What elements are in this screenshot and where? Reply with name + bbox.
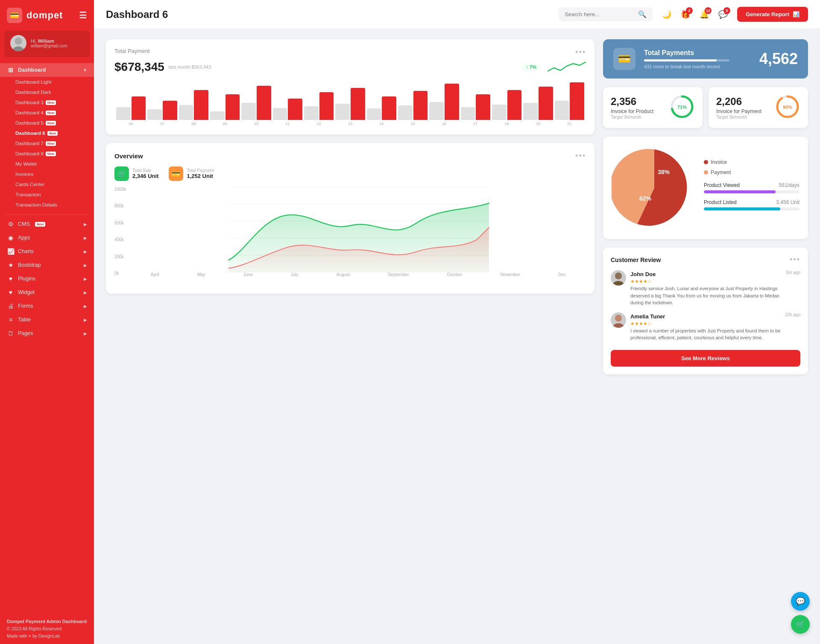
nav-item-bootstrap[interactable]: ★ Bootstrap ▶ [0,258,94,272]
total-sale-text: Total Sale 2,346 Unit [132,168,158,179]
nav-table-label: Table [18,317,31,323]
fab-area: 💬 🛒 [791,592,810,634]
nav-sub-invoices[interactable]: Invoices [0,169,94,179]
search-icon[interactable]: 🔍 [638,10,647,18]
bell-badge: 12 [705,7,712,14]
footer-made: Made with ♥ by DexignLab [7,632,87,640]
total-sale-value: 2,346 Unit [132,173,158,179]
generate-report-button[interactable]: Generate Report 📊 [737,7,808,22]
reviewer-1-name: John Doe [630,271,656,277]
invoice-payment-ring: 90% [775,94,800,121]
invoice-product-sublabel: Target 3k/month [611,115,653,119]
hamburger-icon[interactable]: ☰ [79,10,87,20]
trend-value: 7% [530,64,536,70]
gift-badge: 2 [686,7,693,14]
nav-sub-dashboard-4[interactable]: Dashboard 4 New [0,108,94,118]
bar-chart: .bar-pair { display:flex; gap:2px; align… [114,82,586,120]
nav-dashboard-section: ⊞ Dashboard ▼ Dashboard Light Dashboard … [0,61,94,212]
total-sale-chip: 🛒 Total Sale 2,346 Unit [114,166,158,181]
nav-sub-my-wallet[interactable]: My Wallet [0,159,94,169]
svg-point-19 [613,323,624,328]
see-more-reviews-button[interactable]: See More Reviews [611,350,800,367]
gift-btn[interactable]: 🎁 2 [678,7,693,22]
sidebar: 💳 dompet ☰ Hi, William william@gmail.com… [0,0,94,644]
generate-report-label: Generate Report [746,11,789,17]
reviewer-1-time: 5m ago [786,270,800,306]
nav-dashboard-label: Dashboard [18,67,46,73]
arrow-icon: ▶ [84,318,87,322]
nav-sub-dashboard-light[interactable]: Dashboard Light [0,77,94,87]
product-viewed-progress [704,190,800,193]
svg-point-16 [615,272,622,279]
nav-item-widget[interactable]: ♥ Widget ▶ [0,286,94,299]
total-sale-icon: 🛒 [114,166,129,181]
chart-x-labels: AprilMayJuneJulyAugustSeptemberOctoberNo… [132,272,586,277]
sidebar-footer: Dompet Payment Admin Dashboard © 2023 Al… [0,612,94,644]
invoice-product-label: Invoice for Product [611,108,653,114]
overview-more-btn[interactable]: ••• [575,152,586,160]
nav-item-plugins[interactable]: ♥ Plugins ▶ [0,272,94,286]
nav-sub-dashboard-6[interactable]: Dashboard 6 New [0,128,94,138]
nav-sub-dashboard-7[interactable]: Dashboard 7 New [0,138,94,149]
theme-toggle-btn[interactable]: 🌙 [659,7,674,22]
nav-sub-transaction[interactable]: Transaction [0,189,94,200]
total-payment-title: Total Payment [114,48,149,54]
cart-fab[interactable]: 🛒 [791,615,810,634]
total-payment-text: Total Payment 1,252 Unit [187,168,214,179]
heart-icon: ♥ [29,633,31,638]
arrow-icon: ▶ [84,331,87,336]
total-payment-card: Total Payment ••• $678,345 last month $5… [106,39,594,134]
message-btn[interactable]: 💬 5 [716,7,730,22]
user-greeting: Hi, William [31,38,67,44]
nav-item-forms[interactable]: 🖨 Forms ▶ [0,299,94,313]
total-payment-meta: $678,345 last month $563,443 ↑ 7% [114,58,586,76]
area-chart-container: 0k200k400k600k800k1000k [114,187,586,285]
more-options-btn[interactable]: ••• [575,48,586,57]
invoice-product-info: 2,356 Invoice for Product Target 3k/mont… [611,96,653,119]
trend-sparkline [548,58,586,76]
nav-item-dashboard[interactable]: ⊞ Dashboard ▼ [0,63,94,77]
nav-item-apps[interactable]: ◉ Apps ▶ [0,231,94,245]
content-area: Total Payment ••• $678,345 last month $5… [94,29,820,644]
product-listed-label: Product Listed [704,199,737,205]
nav-divider [5,214,89,215]
pie-legend: Invoice Payment [704,159,800,175]
pie-chart-svg: 62% 38% [612,145,697,230]
nav-item-cms[interactable]: ⚙ CMS New ▶ [0,217,94,231]
cms-badge: New [35,222,45,227]
nav-sub-dashboard-5[interactable]: Dashboard 5 New [0,118,94,128]
invoice-payment-sublabel: Target 3k/month [716,115,761,119]
nav-item-pages[interactable]: 🗋 Pages ▶ [0,326,94,340]
nav-sub-cards-center[interactable]: Cards Center [0,179,94,189]
nav-sub-dashboard-dark[interactable]: Dashboard Dark [0,87,94,97]
support-fab[interactable]: 💬 [791,592,810,611]
nav-sub-dashboard-3[interactable]: Dashboard 3 New [0,97,94,108]
payment-legend-item: Payment [704,169,731,175]
total-payment-icon: 💳 [169,166,183,181]
nav-sub-transaction-details[interactable]: Transaction Details [0,200,94,210]
nav-sub-dashboard-8[interactable]: Dashboard 8 New [0,149,94,159]
trend-badge: ↑ 7% [523,64,540,70]
invoice-legend-dot [704,160,708,164]
forms-icon: 🖨 [7,303,15,309]
ring-svg: 71% [669,94,695,119]
nav-item-charts[interactable]: 📈 Charts ▶ [0,245,94,258]
overview-title: Overview [114,152,143,160]
nav-item-table[interactable]: ≡ Table ▶ [0,313,94,326]
product-viewed-label: Product Viewed [704,182,740,188]
bell-btn[interactable]: 🔔 12 [697,7,712,22]
review-item-1: John Doe ★★★★☆ Friendly service Josh, Lu… [611,270,800,306]
reviewer-2-stars: ★★★★☆ [630,321,781,326]
reviewer-1-avatar [611,270,626,286]
overview-stats: 🛒 Total Sale 2,346 Unit 💳 Total Payment … [114,166,586,181]
topbar: Dashboard 6 🔍 🌙 🎁 2 🔔 12 💬 5 Generate Re… [94,0,820,29]
nav-apps-label: Apps [18,235,30,241]
reviewer-1-text: Friendly service Josh, Lunar and everyon… [630,285,782,306]
arrow-icon: ▶ [84,236,87,240]
search-input[interactable] [565,11,635,17]
product-viewed-fill [704,190,776,193]
x-axis-labels: 06 07 08 09 10 11 12 13 14 15 16 17 18 1… [114,120,586,126]
review-more-btn[interactable]: ••• [790,255,800,264]
cms-icon: ⚙ [7,221,15,227]
product-viewed-stat: Product Viewed 561/days [704,182,800,193]
